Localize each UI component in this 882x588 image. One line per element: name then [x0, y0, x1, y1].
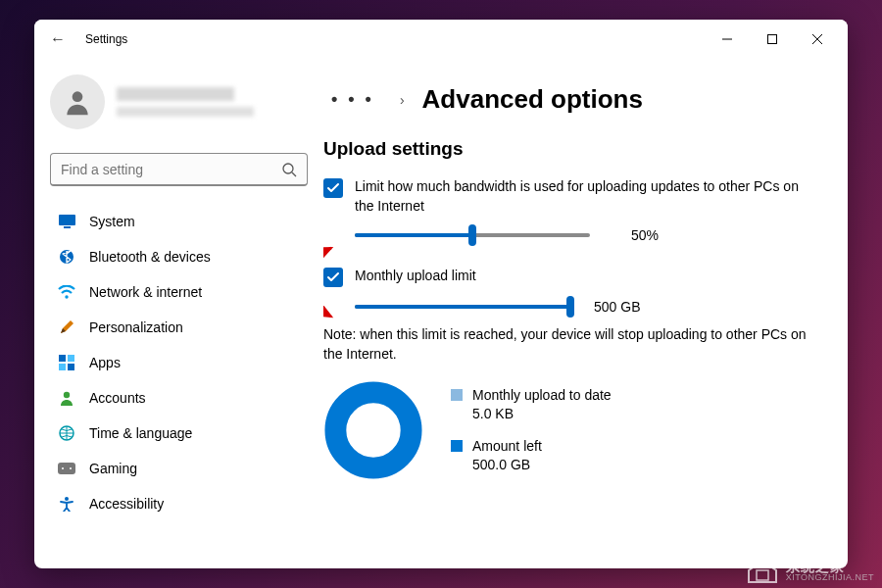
svg-rect-4 [64, 226, 71, 228]
watermark: 系统之家 XITONGZHIJIA.NET [745, 557, 874, 584]
sidebar-item-label: Accessibility [89, 496, 164, 512]
svg-point-14 [70, 467, 72, 469]
svg-point-15 [65, 497, 69, 501]
slider-thumb[interactable] [566, 296, 574, 318]
maximize-icon [767, 34, 777, 44]
usage-donut-chart [323, 380, 423, 480]
watermark-logo-icon [745, 557, 780, 584]
wifi-icon [58, 283, 75, 301]
legend-text-left: Amount left 500.0 GB [472, 437, 542, 474]
bandwidth-limit-checkbox[interactable] [323, 178, 343, 198]
monthly-limit-label: Monthly upload limit [355, 267, 820, 286]
checkmark-icon [326, 270, 340, 284]
watermark-text-url: XITONGZHIJIA.NET [786, 573, 874, 582]
bandwidth-limit-row: Limit how much bandwidth is used for upl… [323, 177, 820, 216]
search-icon [281, 162, 297, 177]
sidebar-item-label: Personalization [89, 319, 183, 335]
accessibility-icon [58, 495, 75, 513]
sidebar-item-label: Bluetooth & devices [89, 249, 211, 265]
legend-swatch-used [451, 389, 463, 401]
sidebar-item-label: Gaming [89, 461, 137, 476]
legend-text-used: Monthly upload to date 5.0 KB [472, 386, 612, 423]
svg-point-13 [62, 467, 64, 469]
apps-icon [58, 354, 75, 371]
bandwidth-slider-row: 50% [355, 225, 820, 245]
minimize-icon [722, 34, 732, 44]
slider-fill [355, 233, 472, 237]
window-controls [705, 24, 840, 55]
slider-thumb[interactable] [468, 224, 476, 246]
bandwidth-limit-label: Limit how much bandwidth is used for upl… [355, 177, 820, 216]
close-icon [812, 34, 822, 44]
chevron-right-icon: › [400, 92, 405, 108]
profile-text [117, 87, 308, 117]
sidebar-item-apps[interactable]: Apps [46, 345, 312, 380]
legend-left-value: 500.0 GB [472, 456, 542, 474]
bluetooth-icon [58, 248, 75, 266]
section-heading: Upload settings [323, 138, 820, 160]
search-input[interactable] [61, 162, 281, 177]
sidebar-item-label: Network & internet [89, 284, 202, 300]
sidebar-item-label: System [89, 214, 135, 229]
legend-item-left: Amount left 500.0 GB [451, 437, 612, 474]
checkmark-icon [326, 181, 340, 195]
sidebar-item-personalization[interactable]: Personalization [46, 310, 312, 345]
sidebar-item-bluetooth[interactable]: Bluetooth & devices [46, 239, 312, 274]
watermark-text-cn: 系统之家 [786, 560, 874, 573]
gamepad-icon [58, 460, 75, 477]
sidebar-item-network[interactable]: Network & internet [46, 274, 312, 310]
back-arrow-icon: ← [50, 30, 66, 48]
svg-rect-7 [59, 355, 66, 362]
monthly-slider-value: 500 GB [594, 299, 653, 315]
settings-window: ← Settings [34, 20, 848, 568]
monthly-slider[interactable] [355, 297, 570, 317]
svg-point-1 [73, 91, 83, 102]
breadcrumb: • • • › Advanced options [323, 84, 820, 115]
avatar [50, 74, 105, 129]
usage-chart-row: Monthly upload to date 5.0 KB Amount lef… [323, 380, 820, 480]
search-box[interactable] [50, 153, 308, 186]
svg-rect-3 [59, 215, 75, 225]
legend-item-used: Monthly upload to date 5.0 KB [451, 386, 612, 423]
legend-used-value: 5.0 KB [472, 405, 612, 423]
svg-point-16 [335, 392, 411, 467]
person-icon [62, 86, 93, 118]
minimize-button[interactable] [705, 24, 750, 55]
bandwidth-slider[interactable] [355, 225, 590, 245]
window-body: System Bluetooth & devices Network & int… [34, 59, 848, 568]
monthly-slider-row: 500 GB [355, 297, 820, 317]
sidebar-item-label: Accounts [89, 390, 146, 406]
close-button[interactable] [795, 24, 840, 55]
maximize-button[interactable] [750, 24, 795, 55]
slider-fill [355, 305, 570, 309]
legend-swatch-left [451, 440, 463, 452]
content-pane: • • • › Advanced options Upload settings… [323, 59, 848, 568]
brush-icon [58, 318, 75, 336]
profile-block[interactable] [46, 67, 312, 145]
profile-name-obscured [117, 87, 234, 101]
sidebar-item-accessibility[interactable]: Accessibility [46, 486, 312, 521]
back-button[interactable]: ← [42, 24, 74, 55]
sidebar-item-gaming[interactable]: Gaming [46, 451, 312, 486]
svg-rect-20 [757, 570, 768, 580]
window-title: Settings [85, 32, 127, 46]
sidebar-item-time-language[interactable]: Time & language [46, 416, 312, 451]
svg-point-6 [65, 295, 68, 298]
person-icon [58, 389, 75, 407]
breadcrumb-ellipsis[interactable]: • • • [323, 89, 382, 110]
legend-used-label: Monthly upload to date [472, 386, 612, 405]
sidebar-item-accounts[interactable]: Accounts [46, 380, 312, 416]
monitor-icon [58, 213, 75, 230]
monthly-limit-row: Monthly upload limit [323, 267, 820, 287]
legend-left-label: Amount left [472, 437, 542, 456]
sidebar-item-label: Apps [89, 355, 121, 370]
globe-clock-icon [58, 424, 75, 442]
sidebar-item-label: Time & language [89, 425, 192, 441]
sidebar: System Bluetooth & devices Network & int… [34, 59, 323, 568]
profile-email-obscured [117, 107, 254, 117]
sidebar-item-system[interactable]: System [46, 204, 312, 239]
bandwidth-slider-value: 50% [631, 227, 690, 243]
svg-point-11 [64, 392, 70, 398]
monthly-limit-checkbox[interactable] [323, 268, 343, 287]
monthly-limit-note: Note: when this limit is reached, your d… [323, 324, 820, 365]
